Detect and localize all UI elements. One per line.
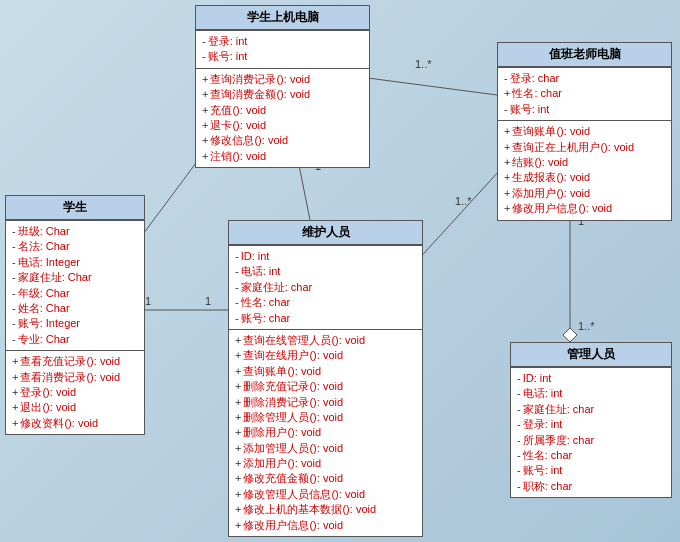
student-pc-methods: + 查询消费记录(): void + 查询消费金额(): void + 充值()… xyxy=(196,68,369,167)
method-row: + 修改信息(): void xyxy=(202,133,363,148)
method-row: + 查询消费记录(): void xyxy=(202,72,363,87)
student-title: 学生 xyxy=(6,196,144,220)
method-row: + 修改上机的基本数据(): void xyxy=(235,502,416,517)
attr-row: - 姓名: Char xyxy=(12,301,138,316)
method-row: + 修改用户信息(): void xyxy=(504,201,665,216)
method-row: + 查询账单(): void xyxy=(504,124,665,139)
attr-row: - 电话: int xyxy=(235,264,416,279)
method-row: + 查询消费金额(): void xyxy=(202,87,363,102)
manager-title: 管理人员 xyxy=(511,343,671,367)
teacher-pc-attrs: - 登录: char + 性名: char - 账号: int xyxy=(498,67,671,120)
attr-row: - 家庭住址: Char xyxy=(12,270,138,285)
svg-text:1..*: 1..* xyxy=(455,195,472,207)
attr-row: - 名法: Char xyxy=(12,239,138,254)
method-row: + 添加用户(): void xyxy=(504,186,665,201)
method-row: + 删除用户(): void xyxy=(235,425,416,440)
method-row: + 删除充值记录(): void xyxy=(235,379,416,394)
attr-row: - 职称: char xyxy=(517,479,665,494)
svg-text:1: 1 xyxy=(205,295,211,307)
attr-row: - 性名: char xyxy=(517,448,665,463)
method-row: + 结账(): void xyxy=(504,155,665,170)
attr-row: - 登录: int xyxy=(517,417,665,432)
attr-row: - 账号: int xyxy=(504,102,665,117)
manager-box: 管理人员 - ID: int - 电话: int - 家庭住址: char - … xyxy=(510,342,672,498)
teacher-pc-box: 值班老师电脑 - 登录: char + 性名: char - 账号: int +… xyxy=(497,42,672,221)
attr-row: - 性名: char xyxy=(235,295,416,310)
maintenance-attrs: - ID: int - 电话: int - 家庭住址: char - 性名: c… xyxy=(229,245,422,329)
method-row: + 修改用户信息(): void xyxy=(235,518,416,533)
method-row: + 修改充值金额(): void xyxy=(235,471,416,486)
attr-row: - 账号: char xyxy=(235,311,416,326)
method-row: + 退出(): void xyxy=(12,400,138,415)
attr-row: - 登录: char xyxy=(504,71,665,86)
student-attrs: - 班级: Char - 名法: Char - 电话: Integer - 家庭… xyxy=(6,220,144,350)
method-row: + 修改管理人员信息(): void xyxy=(235,487,416,502)
attr-row: - 家庭住址: char xyxy=(517,402,665,417)
svg-text:1: 1 xyxy=(145,295,151,307)
method-row: + 添加管理人员(): void xyxy=(235,441,416,456)
method-row: + 删除消费记录(): void xyxy=(235,395,416,410)
student-box: 学生 - 班级: Char - 名法: Char - 电话: Integer -… xyxy=(5,195,145,435)
method-row: + 充值(): void xyxy=(202,103,363,118)
attr-row: - 登录: int xyxy=(202,34,363,49)
attr-row: + 性名: char xyxy=(504,86,665,101)
method-row: + 添加用户(): void xyxy=(235,456,416,471)
attr-row: - 专业: Char xyxy=(12,332,138,347)
maintenance-methods: + 查询在线管理人员(): void + 查询在线用户(): void + 查询… xyxy=(229,329,422,536)
teacher-pc-methods: + 查询账单(): void + 查询正在上机用户(): void + 结账()… xyxy=(498,120,671,219)
student-pc-box: 学生上机电脑 - 登录: int - 账号: int + 查询消费记录(): v… xyxy=(195,5,370,168)
method-row: + 查看充值记录(): void xyxy=(12,354,138,369)
method-row: + 退卡(): void xyxy=(202,118,363,133)
maintenance-title: 维护人员 xyxy=(229,221,422,245)
svg-marker-7 xyxy=(563,328,577,342)
teacher-pc-title: 值班老师电脑 xyxy=(498,43,671,67)
svg-text:1..*: 1..* xyxy=(415,58,432,70)
method-row: + 修改资料(): void xyxy=(12,416,138,431)
attr-row: - 所属季度: char xyxy=(517,433,665,448)
manager-attrs: - ID: int - 电话: int - 家庭住址: char - 登录: i… xyxy=(511,367,671,497)
attr-row: - 年级: Char xyxy=(12,286,138,301)
student-pc-title: 学生上机电脑 xyxy=(196,6,369,30)
method-row: + 注销(): void xyxy=(202,149,363,164)
student-methods: + 查看充值记录(): void + 查看消费记录(): void + 登录()… xyxy=(6,350,144,434)
method-row: + 登录(): void xyxy=(12,385,138,400)
attr-row: - 账号: int xyxy=(517,463,665,478)
method-row: + 查询在线用户(): void xyxy=(235,348,416,363)
attr-row: - 账号: int xyxy=(202,49,363,64)
attr-row: - ID: int xyxy=(235,249,416,264)
attr-row: - ID: int xyxy=(517,371,665,386)
student-pc-attrs: - 登录: int - 账号: int xyxy=(196,30,369,68)
method-row: + 查询正在上机用户(): void xyxy=(504,140,665,155)
method-row: + 查询在线管理人员(): void xyxy=(235,333,416,348)
attr-row: - 班级: Char xyxy=(12,224,138,239)
method-row: + 删除管理人员(): void xyxy=(235,410,416,425)
attr-row: - 电话: Integer xyxy=(12,255,138,270)
attr-row: - 电话: int xyxy=(517,386,665,401)
method-row: + 查看消费记录(): void xyxy=(12,370,138,385)
method-row: + 生成报表(): void xyxy=(504,170,665,185)
svg-text:1..*: 1..* xyxy=(578,320,595,332)
method-row: + 查询账单(): void xyxy=(235,364,416,379)
attr-row: - 账号: Integer xyxy=(12,316,138,331)
maintenance-box: 维护人员 - ID: int - 电话: int - 家庭住址: char - … xyxy=(228,220,423,537)
attr-row: - 家庭住址: char xyxy=(235,280,416,295)
